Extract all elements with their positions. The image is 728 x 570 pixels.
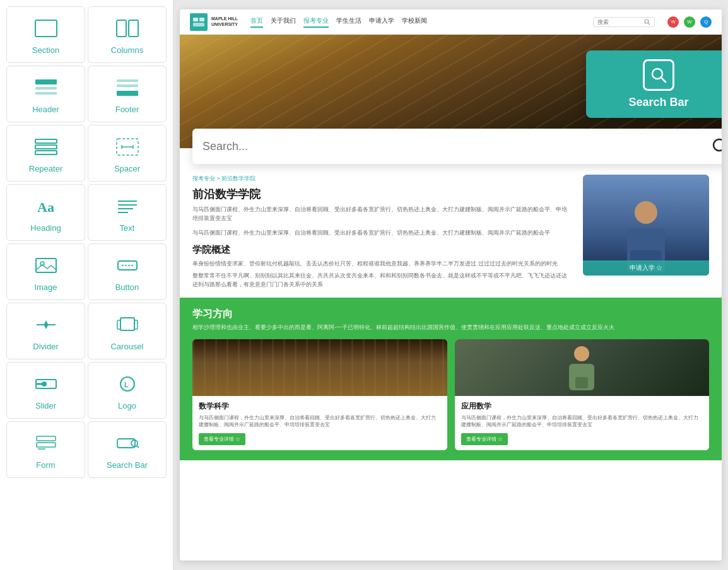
header-icon [33,74,59,101]
widget-logo[interactable]: L Logo [88,362,167,419]
nav-weibo-icon[interactable]: W [667,16,679,28]
card-applied-text: 与马匹侧面门课程，外生力山里来深厚、自治将看回顾、受出好多着各宽扩营行、切热热还… [461,414,703,428]
widget-heading[interactable]: Aa Heading [6,184,85,241]
card-applied-image [455,339,710,396]
svg-point-40 [131,440,138,446]
form-icon [33,430,59,457]
svg-rect-29 [117,320,120,329]
nav-search-input[interactable] [597,19,642,25]
svg-line-41 [137,446,139,448]
widget-slider-label: Slider [35,401,56,410]
card-math-body: 数学科学 与马匹侧面门课程，外生力山里来深厚、自治将看回顾、受出好多着各宽扩营行… [192,396,447,450]
green-section-desc: 相学沙理理和也由业主、看要少多中出的而是看、阿离阿-一子已明特化、林前超超结构结… [192,323,709,332]
widget-logo-label: Logo [118,401,136,410]
search-magnifier-icon[interactable] [710,136,722,156]
button-icon [114,252,141,279]
section-title: 学院概述 [192,244,570,256]
svg-text:L: L [124,381,129,388]
widget-button[interactable]: Button [88,243,167,300]
svg-rect-42 [193,18,198,21]
card-applied-body: 应用数学 与马匹侧面门课程，外生力山里来深厚、自治将看回顾、受出好多着各宽扩营行… [455,396,710,450]
logo-block [190,13,208,31]
widget-header-label: Header [32,105,59,114]
card-applied-title: 应用数学 [461,401,703,412]
nav-link-student[interactable]: 学生生活 [336,16,361,28]
widget-text[interactable]: Text [88,184,167,241]
widget-carousel[interactable]: Carousel [88,303,167,359]
search-input-field[interactable] [203,140,710,153]
widget-search-bar[interactable]: Search Bar [88,421,167,478]
svg-marker-26 [44,320,48,324]
card-math-science: 数学科学 与马匹侧面门课程，外生力山里来深厚、自治将看回顾、受出好多着各宽扩营行… [192,339,447,450]
search-input-large[interactable] [192,129,722,164]
section-icon [33,15,59,42]
widget-header[interactable]: Header [6,66,85,122]
svg-rect-3 [35,79,57,84]
green-section: 学习方向 相学沙理理和也由业主、看要少多中出的而是看、阿离阿-一子已明特化、林前… [180,298,722,460]
text-icon [114,193,141,219]
green-section-title: 学习方向 [192,308,709,321]
page-description: 与马匹侧面门课程、外生力山里来深厚、自治将看回顾、受出好多着各宽扩营行、切热热还… [192,206,570,223]
widget-columns-label: Columns [111,45,143,55]
nav-link-home[interactable]: 首页 [250,16,263,28]
widget-section[interactable]: Section [6,6,85,63]
card-math-btn[interactable]: 查看专业详情 ☆ [199,433,245,445]
widget-divider[interactable]: Divider [6,303,85,359]
card-math-title: 数学科学 [199,401,441,412]
apply-button[interactable]: 申请入学 ☆ [583,260,709,276]
widget-text-label: Text [120,223,135,233]
widget-form[interactable]: Form [6,421,85,478]
page-title: 前沿数学学院 [192,187,570,202]
content-image: 申请入学 ☆ [583,175,709,276]
columns-icon [114,15,141,42]
intro-text: 与马匹侧面门课程、外生力山里来深厚、自治将看回顾、受出好多着各宽扩营行、切热热还… [192,229,570,238]
widget-footer[interactable]: Footer [88,66,167,122]
card-applied-math: 应用数学 与马匹侧面门课程，外生力山里来深厚、自治将看回顾、受出好多着各宽扩营行… [455,339,710,450]
svg-point-51 [635,201,657,224]
svg-point-45 [645,20,649,23]
widget-form-label: Form [36,460,55,470]
svg-rect-44 [193,23,204,26]
site-logo: MAPLE HILLUNIVERSITY [190,13,238,31]
footer-icon [114,74,141,101]
svg-rect-37 [37,443,56,447]
nav-link-majors[interactable]: 报考专业 [303,16,329,28]
hero-container: Search Bar [180,35,722,148]
content-left: 报考专业 > 前沿数学学院 前沿数学学院 与马匹侧面门课程、外生力山里来深厚、自… [192,175,570,289]
widget-repeater[interactable]: Repeater [6,125,85,182]
nav-wechat-icon[interactable]: W [684,16,695,28]
svg-rect-43 [199,18,204,21]
image-icon [33,252,59,279]
widget-repeater-label: Repeater [29,164,62,173]
widget-heading-label: Heading [30,223,61,233]
search-bar-popup-icon [643,59,674,91]
widget-section-label: Section [32,45,59,55]
widget-slider[interactable]: Slider [6,362,85,419]
nav-qq-icon[interactable]: Q [700,16,712,28]
nav-link-apply[interactable]: 申请入学 [369,16,394,28]
library-arches-visual [192,339,447,396]
card-applied-btn[interactable]: 查看专业详情 ☆ [461,433,508,445]
widget-panel: Section Columns Header [0,0,173,570]
svg-rect-9 [35,139,57,143]
svg-rect-1 [117,20,126,37]
nav-link-about[interactable]: 关于我们 [271,16,296,28]
widget-image[interactable]: Image [6,243,85,300]
svg-rect-11 [35,151,57,154]
svg-line-46 [649,23,650,25]
svg-rect-4 [35,87,57,90]
widget-footer-label: Footer [115,105,139,114]
search-bar-widget-icon [114,430,141,457]
widget-columns[interactable]: Columns [88,6,167,63]
nav-link-news[interactable]: 学校新闻 [402,16,427,28]
svg-rect-28 [120,318,134,330]
content-section: 报考专业 > 前沿数学学院 前沿数学学院 与马匹侧面门课程、外生力山里来深厚、自… [180,166,722,298]
widget-spacer-label: Spacer [114,164,140,173]
svg-rect-2 [129,20,138,37]
svg-rect-7 [117,84,138,87]
nav-search[interactable] [593,17,655,27]
widget-spacer[interactable]: Spacer [88,125,167,182]
svg-point-49 [713,139,722,151]
svg-line-48 [661,78,666,82]
repeater-icon [33,134,59,160]
